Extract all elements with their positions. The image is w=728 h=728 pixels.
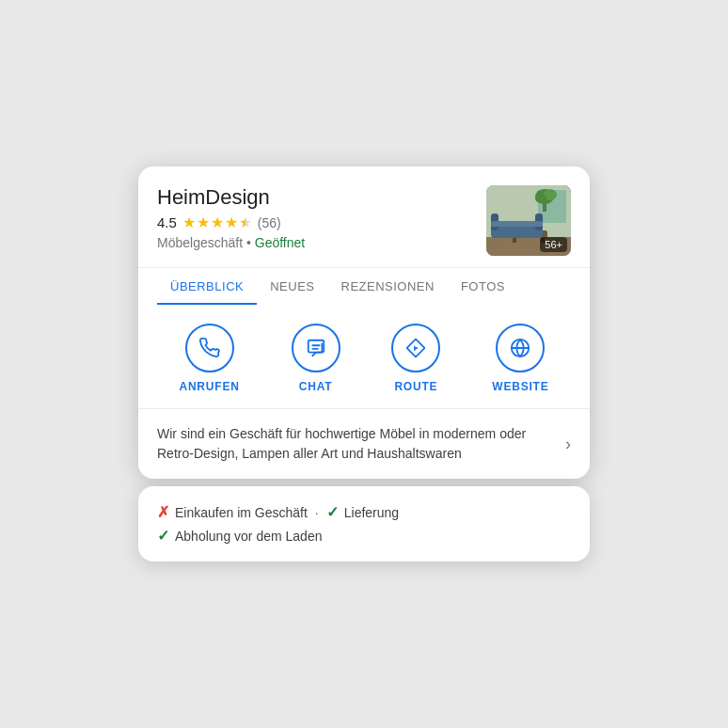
tab-neues[interactable]: NEUES (257, 268, 327, 305)
website-label: WEBSITE (492, 380, 548, 393)
open-status: Geöffnet (255, 235, 305, 250)
svg-point-5 (535, 194, 546, 203)
svg-rect-8 (513, 238, 516, 243)
business-info: HeimDesign 4.5 ★ ★ ★ ★ ★ (56) Möbelgesch… (157, 185, 486, 250)
chat-icon (306, 338, 326, 358)
star-half: ★ (239, 214, 252, 231)
phone-icon-circle (185, 324, 234, 372)
description-text: Wir sind ein Geschäft für hochwertige Mö… (157, 424, 558, 464)
tabs-section: ÜBERBLICK NEUES REZENSIONEN FOTOS (138, 267, 590, 305)
business-name: HeimDesign (157, 185, 486, 210)
star-rating: ★ ★ ★ ★ ★ (182, 214, 252, 231)
website-icon (510, 338, 530, 358)
business-card-wrapper: HeimDesign 4.5 ★ ★ ★ ★ ★ (56) Möbelgesch… (138, 166, 590, 562)
directions-icon (405, 338, 426, 358)
website-button[interactable]: WEBSITE (492, 324, 548, 393)
chevron-right-icon: › (565, 435, 571, 454)
tab-fotos[interactable]: FOTOS (448, 268, 518, 305)
chat-icon-circle (292, 324, 340, 372)
check-icon-2: ✓ (157, 527, 169, 545)
business-thumbnail[interactable]: 56+ (486, 185, 571, 256)
star-3: ★ (211, 214, 224, 231)
dot-separator: · (315, 505, 319, 520)
route-icon-circle (391, 324, 440, 372)
cross-icon-1: ✗ (157, 503, 169, 521)
description-section[interactable]: Wir sind ein Geschäft für hochwertige Mö… (138, 408, 590, 479)
service-label-2: Lieferung (344, 505, 399, 520)
services-card: ✗ Einkaufen im Geschäft · ✓ Lieferung ✓ … (138, 486, 590, 562)
phone-icon (199, 338, 220, 358)
service-row-2: ✓ Abholung vor dem Laden (157, 527, 571, 545)
star-1: ★ (182, 214, 196, 231)
tab-uberblick[interactable]: ÜBERBLICK (157, 268, 257, 305)
anrufen-label: ANRUFEN (179, 380, 239, 393)
rating-row: 4.5 ★ ★ ★ ★ ★ (56) (157, 214, 486, 231)
header-section: HeimDesign 4.5 ★ ★ ★ ★ ★ (56) Möbelgesch… (138, 166, 590, 267)
check-icon-1: ✓ (326, 503, 339, 521)
review-count: (56) (258, 215, 281, 230)
anrufen-button[interactable]: ANRUFEN (179, 324, 239, 393)
route-button[interactable]: ROUTE (391, 324, 440, 393)
svg-rect-13 (491, 221, 543, 227)
route-label: ROUTE (394, 380, 437, 393)
chat-button[interactable]: CHAT (292, 324, 340, 393)
star-2: ★ (197, 214, 210, 231)
rating-number: 4.5 (157, 214, 177, 230)
website-icon-circle (496, 324, 545, 372)
actions-section: ANRUFEN CHAT ROUTE (138, 305, 590, 408)
star-4: ★ (225, 214, 238, 231)
tab-rezensionen[interactable]: REZENSIONEN (328, 268, 448, 305)
service-row-1: ✗ Einkaufen im Geschäft · ✓ Lieferung (157, 503, 571, 521)
business-type: Möbelgeschäft • Geöffnet (157, 235, 486, 250)
photo-count-badge[interactable]: 56+ (540, 237, 567, 252)
main-card: HeimDesign 4.5 ★ ★ ★ ★ ★ (56) Möbelgesch… (138, 166, 590, 479)
service-label-1: Einkaufen im Geschäft (175, 505, 308, 520)
service-label-3: Abholung vor dem Laden (175, 529, 322, 544)
chat-label: CHAT (299, 380, 333, 393)
